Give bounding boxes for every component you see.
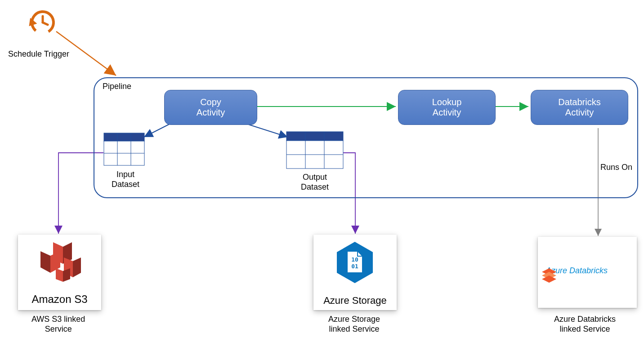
azure-databricks-service-label: Azure Databricks linked Service xyxy=(554,315,616,334)
amazon-s3-icon xyxy=(18,235,101,291)
pipeline-label: Pipeline xyxy=(103,82,131,91)
lookup-activity: Lookup Activity xyxy=(398,90,496,125)
s3-service-card: Amazon S3 xyxy=(18,235,101,310)
databricks-activity: Databricks Activity xyxy=(531,90,628,125)
schedule-trigger-label: Schedule Trigger xyxy=(8,49,69,59)
azure-databricks-service-card: Azure Databricks xyxy=(538,237,637,308)
input-dataset-icon xyxy=(103,133,148,169)
svg-rect-3 xyxy=(104,133,144,141)
output-dataset-label: Output Dataset xyxy=(301,173,329,192)
input-dataset-label: Input Dataset xyxy=(112,170,139,189)
copy-activity: Copy Activity xyxy=(164,90,257,125)
svg-marker-19 xyxy=(56,268,63,282)
s3-service-label: AWS S3 linked Service xyxy=(31,315,85,334)
azure-databricks-icon xyxy=(538,262,560,284)
azure-storage-service-card: 10 01 Azure Storage xyxy=(313,235,397,310)
azure-storage-service-label: Azure Storage linked Service xyxy=(328,315,380,334)
svg-line-2 xyxy=(43,22,48,25)
svg-text:10: 10 xyxy=(351,256,358,263)
azure-storage-service-title: Azure Storage xyxy=(313,295,397,306)
svg-rect-8 xyxy=(286,132,343,141)
schedule-trigger-icon xyxy=(25,4,61,40)
svg-marker-13 xyxy=(40,251,50,273)
output-dataset-icon xyxy=(286,131,349,172)
diagram-canvas: Schedule Trigger Pipeline Copy Activity … xyxy=(0,0,644,342)
svg-text:01: 01 xyxy=(351,263,358,270)
azure-storage-icon: 10 01 xyxy=(313,235,397,292)
svg-marker-18 xyxy=(73,258,81,277)
s3-service-title: Amazon S3 xyxy=(18,293,101,306)
runs-on-label: Runs On xyxy=(600,163,632,173)
